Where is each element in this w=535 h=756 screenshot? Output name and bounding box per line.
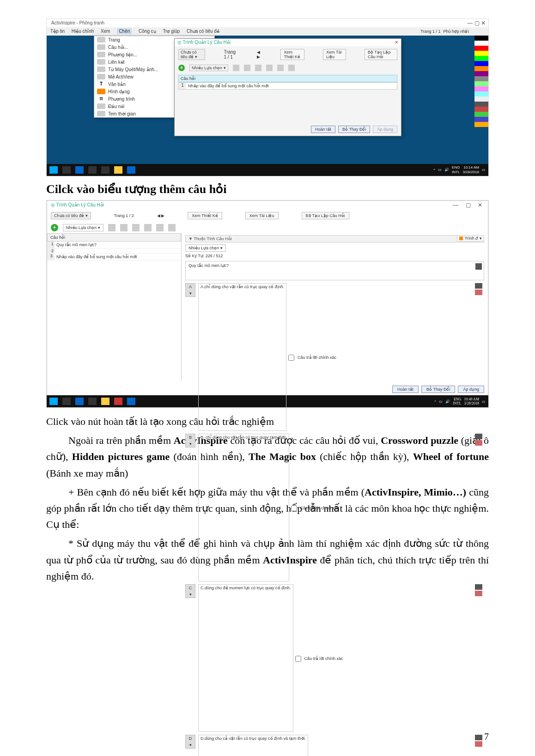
option-row: C▾ C.dùng cho đề momen lực có trục quay … (185, 584, 484, 732)
tab-builder[interactable]: Bộ Tạo Lập Câu Hỏi (302, 212, 349, 219)
section-heading: Cilck vào biểu tượng thêm câu hỏi (46, 182, 489, 196)
window-title: ActivInspire - Phông tranh — ▢ ✕ (47, 19, 488, 27)
taskbar: ^▭🔊 ENGINTL 10:14 AM3/28/2018 ▭ (47, 164, 488, 176)
add-icon[interactable]: + (178, 65, 185, 71)
formula-icon[interactable] (475, 283, 482, 289)
question-properties: ▼ Thuộc Tính Câu Hỏi Nhiều Lựa chọn ▾ Tr… (182, 233, 488, 381)
edge-icon[interactable] (75, 398, 84, 405)
apply-button[interactable]: Áp dụng (458, 386, 484, 393)
search-icon[interactable] (62, 166, 71, 174)
tab-builder[interactable]: Bộ Tạo Lập Câu Hỏi (365, 49, 397, 60)
window-buttons[interactable]: — ▢ ✕ (467, 19, 486, 27)
option-row: A▾ A.chỉ dùng cho vật rắn có trục quay c… (185, 283, 484, 431)
question-manager-dialog: ◎ Trình Quản Lý Câu Hỏi ✕ Chưa có tiêu đ… (174, 38, 401, 136)
question-type-select[interactable]: Nhiều Lựa chọn ▾ (63, 224, 103, 231)
apply-button[interactable]: Áp dụng (373, 126, 397, 133)
finish-button[interactable]: Hoàn tất (311, 126, 335, 133)
finish-button[interactable]: Hoàn tất (392, 386, 419, 393)
dialog-title: ◎ Trình Quản Lý Câu Hỏi ✕ (175, 39, 401, 46)
start-icon[interactable] (49, 398, 58, 405)
char-count: Số Ký Tự: 226 / 512 (185, 254, 484, 258)
list-header: Câu hỏi (178, 75, 397, 82)
question-row[interactable]: 1 Nhấp vào đây để bổ sung một câu hỏi mớ… (178, 82, 397, 90)
delete-icon[interactable] (475, 741, 482, 747)
tool-palette[interactable] (474, 36, 488, 159)
question-text-input[interactable]: Quy tắc mô men lực? (185, 261, 484, 280)
tab-document[interactable]: Xem Tài Liệu (245, 212, 279, 219)
page-number: 7 (484, 732, 489, 742)
discard-button[interactable]: Bỏ Thay Đổi (421, 386, 455, 393)
add-icon[interactable]: + (51, 224, 58, 231)
page-indicator: Trang 1 / 1 Phù hợp nhất (418, 27, 472, 36)
formula-icon[interactable] (475, 434, 482, 439)
formula-icon[interactable] (475, 584, 482, 590)
option-row: B▾ B. chỉ dùng cho vật rắn có trục quay … (185, 434, 484, 581)
option-row: D▾ D.dùng cho cả vật rắn có trục quay cố… (185, 735, 484, 756)
formula-icon[interactable] (475, 735, 482, 740)
start-icon[interactable] (49, 166, 58, 174)
tab-design[interactable]: Xem Thiết Kế (280, 49, 304, 60)
question-list: Câu hỏi 1Quy tắc mô men lực? 2 3.Nhấp và… (47, 233, 182, 381)
tab-document[interactable]: Xem Tài Liệu (323, 49, 346, 60)
answer-type-select[interactable]: Nhiều Lựa chọn ▾ (185, 244, 226, 252)
question-type-select[interactable]: Nhiều Lựa chọn ▾ (189, 65, 228, 71)
editor-select[interactable]: Trình đ▾ (457, 235, 484, 242)
screenshot-1: ActivInspire - Phông tranh — ▢ ✕ Tệp tin… (47, 19, 488, 176)
dialog-title-2: ◎ Trình Quản Lý Câu Hỏi — ▢ ✕ (47, 201, 488, 209)
edge-icon[interactable] (75, 166, 84, 174)
close-icon[interactable]: ✕ (395, 39, 398, 46)
delete-icon[interactable] (475, 591, 482, 596)
screenshot-2: ◎ Trình Quản Lý Câu Hỏi — ▢ ✕ Chưa có ti… (47, 200, 488, 395)
window-buttons[interactable]: — ▢ ✕ (453, 201, 485, 209)
delete-icon[interactable] (475, 440, 482, 446)
formula-icon[interactable] (475, 263, 482, 270)
delete-icon[interactable] (475, 290, 482, 295)
tab-design[interactable]: Xem Thiết Kế (188, 212, 222, 219)
search-icon[interactable] (62, 398, 71, 405)
discard-button[interactable]: Bỏ Thay Đổi (338, 126, 370, 133)
